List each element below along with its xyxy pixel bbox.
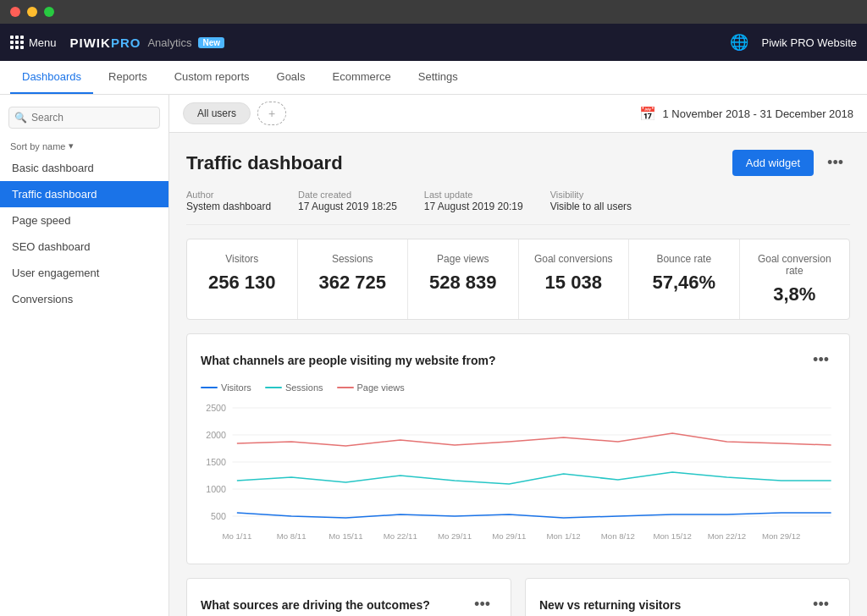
analytics-label: Analytics [147, 36, 191, 49]
legend-pageviews: Page views [337, 382, 405, 393]
stat-card-conversion-rate: Goal conversion rate 3,8% [740, 239, 850, 319]
main-layout: 🔍 Sort by name ▾ Basic dashboard Traffic… [0, 95, 867, 616]
dashboard-more-button[interactable]: ••• [820, 151, 850, 175]
calendar-icon[interactable]: 📅 [639, 106, 656, 122]
meta-last-update: Last update 17 August 2019 20:19 [424, 190, 523, 212]
legend-visitors: Visitors [201, 382, 251, 393]
line-chart-svg: 2500 2000 1500 1000 500 [201, 399, 836, 547]
legend-sessions: Sessions [265, 382, 323, 393]
minimize-button[interactable] [27, 7, 37, 17]
svg-text:Mo 22/11: Mo 22/11 [384, 532, 417, 541]
sort-label[interactable]: Sort by name ▾ [0, 137, 168, 155]
globe-icon[interactable]: 🌐 [730, 33, 748, 52]
sources-header: What sources are driving the outcomes? •… [201, 592, 497, 616]
legend-dot-pageviews [337, 387, 354, 388]
bottom-sections: What sources are driving the outcomes? •… [186, 578, 850, 616]
logo-text: PIWIKPRO [70, 36, 141, 50]
legend-dot-visitors [201, 387, 218, 388]
sidebar-item-seo[interactable]: SEO dashboard [0, 234, 168, 260]
site-name: Piwik PRO Website [762, 36, 857, 49]
svg-text:Mon 8/12: Mon 8/12 [601, 532, 635, 541]
stat-cards: Visitors 256 130 Sessions 362 725 Page v… [186, 239, 850, 320]
sidebar-item-basic[interactable]: Basic dashboard [0, 155, 168, 181]
search-icon: 🔍 [14, 112, 27, 124]
meta-author: Author System dashboard [186, 190, 271, 212]
stat-card-goal-conversions: Goal conversions 15 038 [519, 239, 630, 319]
tab-dashboards[interactable]: Dashboards [10, 61, 93, 94]
sidebar-item-engagement[interactable]: User engagement [0, 260, 168, 286]
new-returning-section: New vs returning visitors ••• [525, 578, 850, 616]
stat-card-pageviews: Page views 528 839 [408, 239, 519, 319]
legend-dot-sessions [265, 387, 282, 388]
content-area: All users + 📅 1 November 2018 - 31 Decem… [169, 95, 867, 616]
sidebar: 🔍 Sort by name ▾ Basic dashboard Traffic… [0, 95, 169, 616]
sidebar-item-traffic[interactable]: Traffic dashboard [0, 181, 168, 207]
svg-text:Mo 29/11: Mo 29/11 [438, 532, 472, 541]
meta-date-created: Date created 17 August 2019 18:25 [298, 190, 397, 212]
tab-reports[interactable]: Reports [97, 61, 159, 94]
window-chrome [0, 0, 867, 24]
menu-label: Menu [29, 36, 57, 49]
grid-icon [10, 36, 24, 49]
dash-tabs-bar: All users + 📅 1 November 2018 - 31 Decem… [169, 95, 867, 133]
meta-visibility: Visibility Visible to all users [550, 190, 632, 212]
dashboard-header: Traffic dashboard Add widget ••• [186, 150, 850, 176]
tab-custom-reports[interactable]: Custom reports [163, 61, 262, 94]
tab-ecommerce[interactable]: Ecommerce [320, 61, 402, 94]
menu-button[interactable]: Menu [10, 36, 57, 49]
stat-card-visitors: Visitors 256 130 [187, 239, 298, 319]
svg-text:Mo 1/11: Mo 1/11 [222, 532, 251, 541]
sources-title: What sources are driving the outcomes? [201, 598, 467, 612]
dash-tab-all-users[interactable]: All users [183, 102, 251, 124]
dashboard-content: Traffic dashboard Add widget ••• Author … [169, 133, 867, 616]
close-button[interactable] [10, 7, 20, 17]
page-title: Traffic dashboard [186, 152, 732, 174]
sidebar-item-conversions[interactable]: Conversions [0, 286, 168, 312]
stat-card-sessions: Sessions 362 725 [298, 239, 409, 319]
new-badge: New [198, 37, 224, 48]
sources-more-button[interactable]: ••• [467, 592, 497, 616]
sidebar-item-pagespeed[interactable]: Page speed [0, 207, 168, 234]
new-returning-header: New vs returning visitors ••• [539, 592, 836, 616]
svg-text:2000: 2000 [206, 431, 226, 440]
nav-tabs: Dashboards Reports Custom reports Goals … [0, 61, 867, 95]
sidebar-search-container: 🔍 [8, 107, 160, 129]
svg-text:Mon 15/12: Mon 15/12 [653, 532, 692, 541]
stat-card-bounce-rate: Bounce rate 57,46% [629, 239, 740, 319]
svg-text:Mon 1/12: Mon 1/12 [546, 532, 580, 541]
new-returning-title: New vs returning visitors [539, 598, 806, 612]
tab-settings[interactable]: Settings [406, 61, 470, 94]
search-input[interactable] [8, 107, 160, 129]
svg-text:Mo 29/11: Mo 29/11 [492, 532, 526, 541]
channels-chart-more-button[interactable]: ••• [806, 348, 836, 372]
add-widget-button[interactable]: Add widget [732, 150, 814, 176]
channels-chart-title: What channels are people visiting my web… [201, 354, 806, 367]
svg-text:1000: 1000 [206, 485, 226, 494]
svg-text:500: 500 [211, 512, 226, 521]
tab-goals[interactable]: Goals [265, 61, 318, 94]
new-returning-more-button[interactable]: ••• [806, 592, 836, 616]
svg-text:1500: 1500 [206, 458, 226, 467]
svg-text:Mo 8/11: Mo 8/11 [277, 532, 306, 541]
svg-text:2500: 2500 [206, 404, 226, 413]
chart-legend: Visitors Sessions Page views [201, 382, 836, 393]
sources-section: What sources are driving the outcomes? •… [186, 578, 511, 616]
maximize-button[interactable] [44, 7, 54, 17]
date-range: 1 November 2018 - 31 December 2018 [663, 107, 853, 120]
dash-tab-add[interactable]: + [257, 102, 286, 125]
logo-area: PIWIKPRO Analytics New [70, 36, 224, 50]
line-chart: 2500 2000 1500 1000 500 [201, 399, 836, 550]
channels-chart-header: What channels are people visiting my web… [201, 348, 836, 372]
meta-info: Author System dashboard Date created 17 … [186, 183, 850, 225]
svg-text:Mon 22/12: Mon 22/12 [708, 532, 747, 541]
svg-text:Mo 15/11: Mo 15/11 [329, 532, 362, 541]
channels-chart-section: What channels are people visiting my web… [186, 333, 850, 564]
top-bar: Menu PIWIKPRO Analytics New 🌐 Piwik PRO … [0, 24, 867, 61]
chevron-down-icon: ▾ [69, 140, 74, 151]
svg-text:Mon 29/12: Mon 29/12 [762, 532, 801, 541]
